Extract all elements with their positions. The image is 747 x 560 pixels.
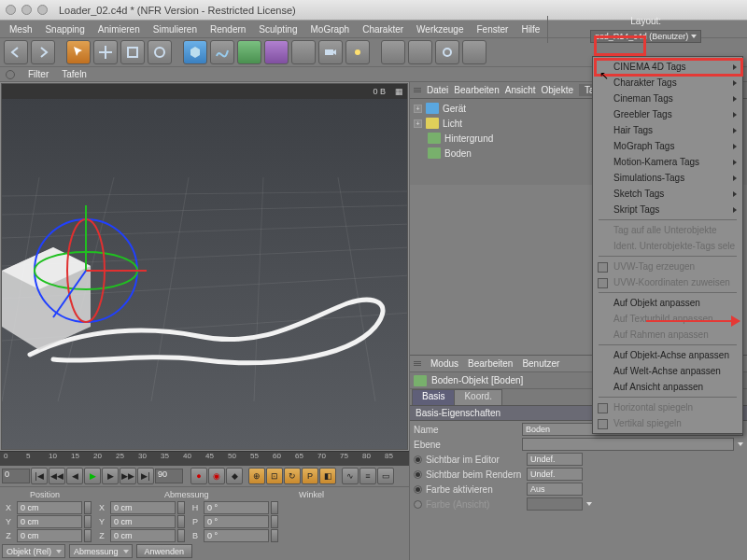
attr-menu-user[interactable]: Benutzer (522, 358, 559, 369)
key-rot-toggle[interactable]: ↻ (284, 468, 301, 484)
next-key-button[interactable]: ▶▶ (120, 468, 136, 484)
grip-icon[interactable] (414, 361, 421, 366)
radio-icon[interactable] (414, 485, 422, 494)
key-param-toggle[interactable]: P (302, 468, 318, 484)
spinner-icon[interactable] (84, 515, 92, 528)
spinner-icon[interactable] (271, 515, 278, 528)
spinner-icon[interactable] (271, 501, 278, 514)
select-tool[interactable] (66, 40, 91, 64)
spinner-icon[interactable] (271, 529, 278, 542)
coord-size-select[interactable]: Abmessung (69, 544, 133, 558)
menu-item[interactable]: Motion-Kamera Tags (593, 154, 742, 170)
angle-field[interactable]: 0 ° (204, 515, 269, 528)
om-menu-view[interactable]: Ansicht (505, 85, 536, 95)
radio-icon[interactable] (414, 470, 422, 479)
expand-icon[interactable]: + (414, 119, 422, 128)
frame-start-field[interactable]: 0 (2, 469, 30, 483)
next-frame-button[interactable]: ▶ (102, 468, 119, 484)
pos-field[interactable]: 0 cm (17, 501, 82, 514)
render-settings-button[interactable] (435, 40, 459, 64)
key-selection-button[interactable]: ◆ (226, 468, 243, 484)
menu-mesh[interactable]: Mesh (4, 23, 37, 35)
menu-item[interactable]: Greebler Tags (593, 106, 742, 122)
tab-coord[interactable]: Koord. (454, 389, 501, 405)
record-button[interactable]: ● (190, 468, 207, 484)
prop-viseditor-field[interactable]: Undef. (527, 453, 583, 466)
angle-field[interactable]: 0 ° (204, 501, 269, 514)
grip-icon[interactable] (414, 88, 421, 92)
play-button[interactable]: ▶ (84, 468, 101, 484)
spline-tool[interactable] (210, 40, 234, 64)
pos-field[interactable]: 0 cm (17, 515, 82, 528)
layout-selector[interactable]: psd_R14_c4d (Benutzer) (590, 30, 701, 43)
menu-render[interactable]: Rendern (204, 23, 251, 35)
key-pos-toggle[interactable]: ⊕ (248, 468, 265, 484)
scale-tool[interactable] (120, 40, 145, 64)
menu-item[interactable]: Simulations-Tags (593, 170, 742, 186)
minimize-icon[interactable] (21, 5, 32, 15)
render-region-button[interactable] (408, 40, 432, 64)
picture-viewer-button[interactable] (462, 40, 486, 64)
menu-item[interactable]: Cineman Tags (593, 91, 742, 106)
panels-label[interactable]: Tafeln (62, 69, 87, 79)
menu-item[interactable]: Auf Welt-Achse anpassen (593, 363, 742, 379)
radio-icon[interactable] (414, 455, 422, 464)
environment-tool[interactable] (291, 40, 316, 64)
cube-primitive[interactable] (183, 40, 207, 64)
size-field[interactable]: 0 cm (110, 515, 176, 528)
filter-label[interactable]: Filter (28, 69, 49, 79)
menu-item[interactable]: MoGraph Tags (593, 138, 742, 154)
key-pla-toggle[interactable]: ◧ (319, 468, 336, 484)
zoom-icon[interactable] (37, 5, 48, 15)
generator-tool[interactable] (237, 40, 261, 64)
prop-visrender-field[interactable]: Undef. (527, 468, 583, 481)
camera-tool[interactable] (318, 40, 343, 64)
coord-mode-select[interactable]: Objekt (Rel) (2, 544, 65, 558)
menu-item[interactable]: Auf Objekt-Achse anpassen (593, 347, 742, 363)
undo-button[interactable] (4, 40, 28, 64)
prev-key-button[interactable]: ◀◀ (49, 468, 65, 484)
om-menu-file[interactable]: Datei (427, 85, 448, 95)
pos-field[interactable]: 0 cm (17, 529, 82, 542)
menu-simulate[interactable]: Simulieren (148, 23, 203, 35)
menu-item[interactable]: CINEMA 4D Tags (593, 59, 742, 75)
frame-end-field[interactable]: 90 (155, 469, 183, 483)
timeline-ruler[interactable]: 0510152025303540455055606570758085 (0, 451, 409, 466)
menu-sculpting[interactable]: Sculpting (253, 23, 303, 35)
tab-basis[interactable]: Basis (412, 389, 455, 405)
menu-window[interactable]: Fenster (472, 23, 514, 35)
spinner-icon[interactable] (84, 501, 92, 514)
size-field[interactable]: 0 cm (110, 529, 176, 542)
spinner-icon[interactable] (177, 501, 185, 514)
expand-icon[interactable]: + (414, 105, 422, 113)
viewport-perspective[interactable]: 0 B ▦ (1, 83, 408, 450)
attr-menu-mode[interactable]: Modus (430, 358, 458, 369)
menu-tools[interactable]: Werkzeuge (411, 23, 469, 35)
angle-field[interactable]: 0 ° (204, 529, 269, 542)
deformer-tool[interactable] (264, 40, 289, 64)
spinner-icon[interactable] (84, 529, 92, 542)
menu-item[interactable]: Hair Tags (593, 122, 742, 138)
menu-help[interactable]: Hilfe (515, 23, 545, 35)
om-menu-objects[interactable]: Objekte (542, 85, 573, 95)
redo-button[interactable] (31, 40, 55, 64)
goto-end-button[interactable]: ▶| (137, 468, 154, 484)
size-field[interactable]: 0 cm (110, 501, 176, 514)
move-tool[interactable] (93, 40, 118, 64)
filter-icon[interactable] (6, 70, 15, 79)
chevron-down-icon[interactable] (738, 442, 743, 446)
menu-mograph[interactable]: MoGraph (305, 23, 356, 35)
fcurve-button[interactable]: ∿ (342, 468, 359, 484)
menu-item[interactable]: Auf Objekt anpassen (593, 295, 742, 311)
menu-item[interactable]: Charakter Tags (593, 75, 742, 91)
key-scale-toggle[interactable]: ⊡ (266, 468, 283, 484)
menu-animate[interactable]: Animieren (92, 23, 146, 35)
spinner-icon[interactable] (177, 529, 185, 542)
menu-snapping[interactable]: Snapping (39, 23, 90, 35)
menu-item[interactable]: Auf Ansicht anpassen (593, 379, 742, 395)
rotate-tool[interactable] (148, 40, 172, 64)
prop-layer-field[interactable] (522, 438, 734, 451)
light-tool[interactable] (345, 40, 370, 64)
prop-coloron-field[interactable]: Aus (527, 483, 583, 496)
spinner-icon[interactable] (177, 515, 185, 528)
